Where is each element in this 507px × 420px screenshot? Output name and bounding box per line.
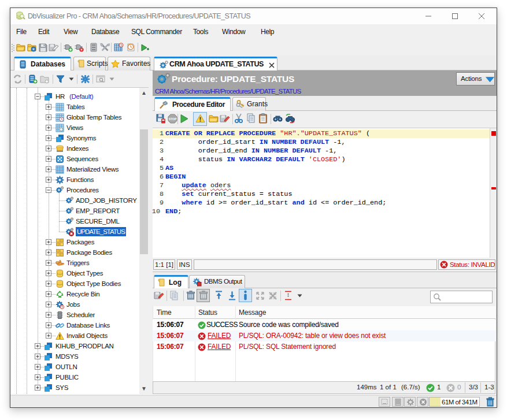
svg-text:STOP: STOP (169, 117, 177, 121)
